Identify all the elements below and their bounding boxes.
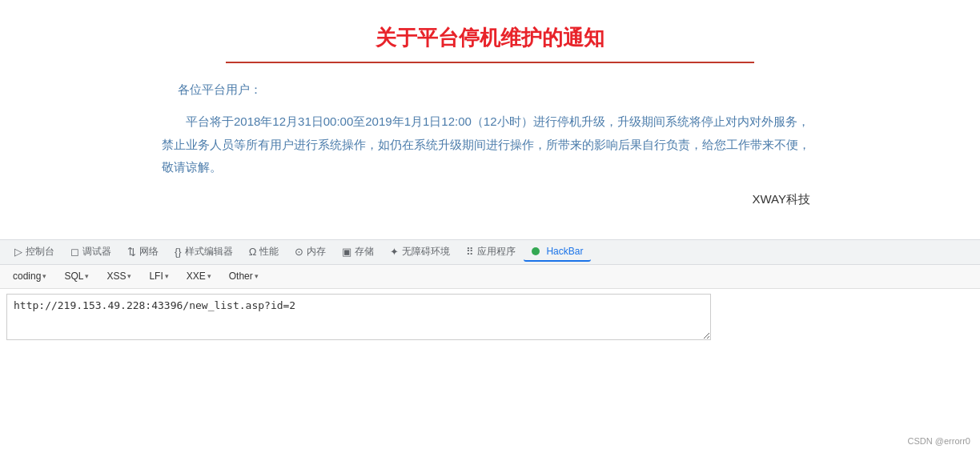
lfi-arrow-icon: ▾ xyxy=(165,272,169,280)
tab-hackbar[interactable]: HackBar xyxy=(524,243,591,262)
tab-storage[interactable]: ▣ 存储 xyxy=(334,242,382,262)
other-arrow-icon: ▾ xyxy=(255,272,259,280)
accessibility-icon: ✦ xyxy=(390,246,399,258)
sql-menu[interactable]: SQL ▾ xyxy=(58,269,95,283)
lfi-menu[interactable]: LFI ▾ xyxy=(143,269,175,283)
sql-arrow-icon: ▾ xyxy=(85,272,89,280)
debugger-icon: ◻ xyxy=(70,246,79,258)
greeting-text: 各位平台用户： xyxy=(178,82,818,98)
coding-arrow-icon: ▾ xyxy=(42,272,46,280)
hackbar-input-area xyxy=(0,289,980,347)
devtools-bar: ▷ 控制台 ◻ 调试器 ⇅ 网络 {} 样式编辑器 Ω 性能 ⊙ 内存 ▣ 存储… xyxy=(0,239,980,265)
xss-arrow-icon: ▾ xyxy=(127,272,131,280)
hackbar-toolbar: coding ▾ SQL ▾ XSS ▾ LFI ▾ XXE ▾ Other ▾ xyxy=(0,265,980,289)
performance-icon: Ω xyxy=(249,246,257,258)
coding-menu[interactable]: coding ▾ xyxy=(6,269,53,283)
tab-accessibility[interactable]: ✦ 无障碍环境 xyxy=(382,242,458,262)
page-title: 关于平台停机维护的通知 xyxy=(162,24,818,52)
tab-network[interactable]: ⇅ 网络 xyxy=(119,242,167,262)
memory-icon: ⊙ xyxy=(295,246,303,258)
other-menu[interactable]: Other ▾ xyxy=(223,269,265,283)
console-icon: ▷ xyxy=(14,246,22,258)
main-content-area: 关于平台停机维护的通知 各位平台用户： 平台将于2018年12月31日00:00… xyxy=(0,0,980,239)
tab-memory[interactable]: ⊙ 内存 xyxy=(287,242,334,262)
tab-application[interactable]: ⠿ 应用程序 xyxy=(458,242,524,262)
storage-icon: ▣ xyxy=(342,246,351,258)
application-icon: ⠿ xyxy=(466,246,474,258)
xss-menu[interactable]: XSS ▾ xyxy=(100,269,138,283)
notice-content: 关于平台停机维护的通知 各位平台用户： 平台将于2018年12月31日00:00… xyxy=(130,0,850,239)
tab-console[interactable]: ▷ 控制台 xyxy=(6,242,62,262)
hackbar-dot-icon xyxy=(532,247,540,255)
notice-body-text: 平台将于2018年12月31日00:00至2019年1月1日12:00（12小时… xyxy=(162,110,818,179)
style-icon: {} xyxy=(175,246,182,258)
title-divider xyxy=(226,62,754,63)
url-input[interactable] xyxy=(6,294,711,340)
signature-text: XWAY科技 xyxy=(162,192,818,207)
tab-debugger[interactable]: ◻ 调试器 xyxy=(62,242,119,262)
watermark: CSDN @errorr0 xyxy=(898,433,980,449)
tab-style-editor[interactable]: {} 样式编辑器 xyxy=(167,242,241,262)
network-icon: ⇅ xyxy=(127,246,136,258)
tab-performance[interactable]: Ω 性能 xyxy=(241,242,287,262)
xxe-arrow-icon: ▾ xyxy=(207,272,211,280)
xxe-menu[interactable]: XXE ▾ xyxy=(180,269,218,283)
